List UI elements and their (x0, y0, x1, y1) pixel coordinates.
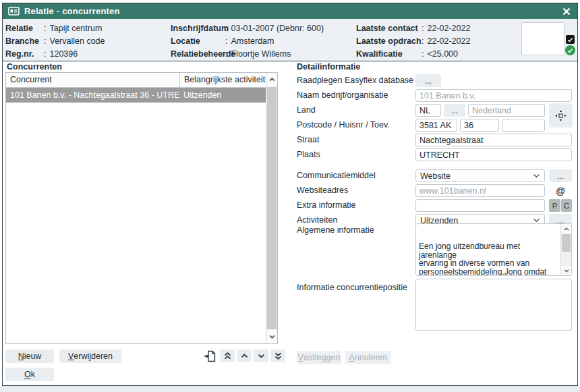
column-header-activiteit[interactable]: Belangrijkste activiteit (179, 73, 266, 87)
summary-field: Kwalificatie:<25.000 (356, 48, 470, 61)
chevron-down-icon (533, 173, 540, 178)
communicatiemiddel-browse-button[interactable]: ... (549, 169, 572, 182)
document-arrow-icon (204, 350, 216, 362)
extra-informatie-input[interactable] (415, 199, 545, 212)
annuleren-button[interactable]: Annuleren (345, 351, 391, 364)
move-down-button[interactable] (254, 349, 268, 362)
ok-button[interactable]: Ok (5, 368, 54, 381)
summary-field: Reg.nr.:120396 (5, 48, 105, 61)
concurrentiepositie-textarea[interactable] (415, 279, 572, 331)
summary-field: Relatie:Tapijt centrum (5, 22, 105, 35)
contact-card-icon (8, 7, 20, 16)
summary-field: Branche:Vervallen code (5, 35, 105, 48)
move-crosshair-icon (554, 109, 567, 122)
easyflex-browse-button[interactable]: ... (415, 74, 441, 87)
websiteadres-input (415, 184, 545, 197)
list-scrollbar[interactable] (266, 73, 277, 343)
communicatiemiddel-label: Communicatiemiddel (297, 169, 376, 182)
concurrentiepositie-label: Informatie concurrentiepositie (297, 281, 407, 294)
double-chevron-up-icon (224, 352, 231, 360)
chevron-up-icon (564, 227, 569, 231)
title-bar: Relatie - concurrenten (3, 3, 577, 19)
easyflex-label: Raadplegen Easyflex database (297, 74, 413, 87)
scroll-up-button[interactable] (266, 73, 277, 86)
list-section-title: Concurrenten (7, 62, 62, 72)
cell-concurrent: 101 Banen b.v. - Nachtegaalstraat 36 - U… (6, 88, 179, 103)
relation-summary-bar: Relatie:Tapijt centrum Branche:Vervallen… (3, 19, 577, 61)
summary-field: Inschrijfdatum:03-01-2007 (Debnr: 600) (171, 22, 324, 35)
plaats-input[interactable] (415, 148, 572, 161)
summary-column-right: Laatste contact:22-02-2022 Laatste opdra… (356, 22, 470, 61)
verwijderen-button[interactable]: Verwijderen (59, 349, 121, 363)
p-button[interactable]: P (549, 199, 560, 212)
move-bottom-button[interactable] (270, 349, 285, 362)
scroll-thumb[interactable] (562, 234, 571, 252)
chevron-up-icon (269, 78, 275, 82)
naam-input (415, 89, 572, 102)
communicatiemiddel-select[interactable]: Website (415, 169, 545, 182)
summary-column-left: Relatie:Tapijt centrum Branche:Vervallen… (5, 22, 105, 61)
approved-badge-icon (565, 45, 575, 55)
column-header-concurrent[interactable]: Concurrent (6, 73, 179, 87)
chevron-down-icon (533, 218, 540, 223)
cell-activiteit: Uitzenden (179, 88, 266, 103)
close-icon (562, 7, 571, 16)
concurrenten-table: Concurrent Belangrijkste activiteit 101 … (5, 72, 278, 344)
detail-section-title: Detailinformatie (297, 62, 360, 72)
toevoeging-input[interactable] (502, 119, 545, 132)
scroll-down-button[interactable] (561, 266, 571, 275)
close-button[interactable] (561, 6, 572, 17)
summary-field: Laatste contact:22-02-2022 (356, 22, 470, 35)
straat-input[interactable] (415, 134, 572, 146)
land-naam-input (468, 104, 545, 117)
land-label: Land (297, 104, 316, 117)
vastleggen-button[interactable]: Vastleggen (297, 351, 341, 364)
adres-label: Postcode / Huisnr / Toev. (297, 119, 390, 132)
status-checkbox[interactable] (566, 35, 575, 44)
chevron-down-icon (564, 269, 569, 273)
naam-label: Naam bedrijf/organisatie (297, 89, 388, 102)
move-up-button[interactable] (237, 349, 252, 362)
summary-field: Laatste opdrach:22-02-2022 (356, 35, 470, 48)
check-icon (567, 37, 573, 43)
land-browse-button[interactable]: ... (444, 104, 465, 117)
chevron-up-icon (241, 354, 248, 358)
at-icon: @ (556, 186, 565, 196)
move-top-button[interactable] (220, 349, 235, 362)
photo-placeholder (521, 22, 564, 55)
algemene-informatie-textarea[interactable]: Een jong uitzendbureau met jarenlange er… (415, 223, 572, 276)
dialog-window: Relatie - concurrenten Relatie:Tapijt ce… (2, 3, 578, 386)
land-code-input[interactable] (415, 104, 441, 117)
summary-column-middle: Inschrijfdatum:03-01-2007 (Debnr: 600) L… (171, 22, 324, 61)
table-row[interactable]: 101 Banen b.v. - Nachtegaalstraat 36 - U… (6, 88, 266, 103)
window-title: Relatie - concurrenten (24, 6, 556, 16)
textarea-scrollbar[interactable] (560, 224, 571, 275)
nieuw-button[interactable]: Nieuw (5, 349, 54, 363)
c-button[interactable]: C (561, 199, 572, 212)
straat-label: Straat (297, 134, 319, 146)
chevron-down-icon (269, 335, 275, 339)
table-header-row: Concurrent Belangrijkste activiteit (6, 73, 266, 88)
summary-field: Relatiebeheerde:Floortje Willems (171, 48, 324, 61)
huisnr-input[interactable] (460, 119, 499, 132)
goto-record-button[interactable] (203, 349, 217, 363)
algemene-informatie-label: Algemene informatie (297, 224, 374, 237)
scroll-thumb[interactable] (267, 87, 277, 329)
websiteadres-label: Websiteadres (297, 184, 348, 197)
postcode-input[interactable] (415, 119, 457, 132)
summary-field: Locatie:Amsterdam (171, 35, 324, 48)
chevron-down-icon (258, 354, 265, 358)
extra-informatie-label: Extra informatie (297, 199, 356, 212)
double-chevron-down-icon (274, 352, 282, 360)
scroll-up-button[interactable] (561, 224, 571, 233)
open-website-button[interactable]: @ (549, 184, 572, 197)
desktop-background (0, 386, 580, 392)
plaats-label: Plaats (297, 148, 320, 161)
scroll-down-button[interactable] (266, 330, 277, 343)
map-locate-button[interactable] (549, 103, 573, 128)
